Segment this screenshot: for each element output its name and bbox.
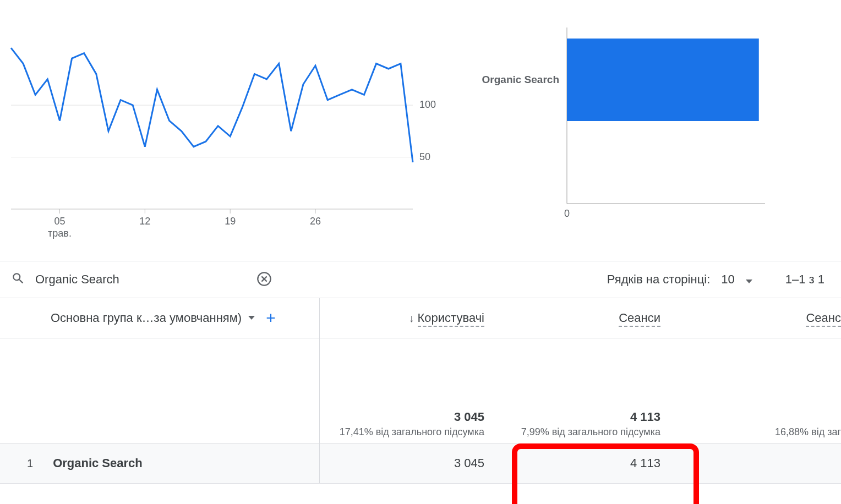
chevron-down-icon — [248, 316, 255, 320]
row-sessions-value: 4 113 — [495, 443, 671, 483]
line-chart: 5010005трав.121926 — [6, 11, 446, 244]
row-m3-value — [671, 443, 841, 483]
svg-text:19: 19 — [225, 216, 236, 227]
summary-row: 3 045 17,41% від загального підсумка 4 1… — [0, 338, 841, 443]
svg-text:трав.: трав. — [48, 228, 72, 239]
clear-search-button[interactable] — [254, 269, 274, 291]
metric-label: Користувачі — [418, 311, 484, 327]
metric-label: Сеанс — [806, 311, 841, 327]
svg-text:0: 0 — [564, 208, 570, 219]
dimension-header[interactable]: Основна група к…за умовчанням) + — [0, 298, 319, 338]
row-dimension-value: Organic Search — [53, 456, 143, 470]
page-range: 1–1 з 1 — [785, 272, 824, 287]
svg-text:12: 12 — [139, 216, 150, 227]
sort-desc-icon: ↓ — [409, 312, 414, 324]
rows-per-page-select[interactable]: 10 — [721, 272, 752, 287]
rows-per-page-value: 10 — [721, 272, 734, 287]
svg-text:26: 26 — [310, 216, 321, 227]
row-index: 1 — [11, 457, 44, 470]
summary-m3-pct: 16,88% від заг — [672, 426, 841, 438]
metric-header-users[interactable]: ↓Користувачі — [319, 298, 495, 338]
svg-text:Organic Search: Organic Search — [482, 74, 559, 85]
search-icon — [11, 271, 25, 288]
add-dimension-button[interactable]: + — [266, 309, 276, 327]
svg-rect-16 — [567, 39, 759, 121]
bar-chart: Organic Search0 — [468, 11, 835, 244]
chevron-down-icon — [739, 272, 752, 287]
toolbar: Рядків на сторінці: 10 1–1 з 1 — [0, 261, 841, 298]
table-row[interactable]: 1 Organic Search 3 045 4 113 — [0, 443, 841, 483]
dimension-label: Основна група к…за умовчанням) — [51, 311, 242, 325]
metric-label: Сеанси — [619, 311, 660, 327]
summary-sessions-total: 4 113 — [496, 410, 660, 424]
data-table: Основна група к…за умовчанням) + ↓Корист… — [0, 298, 841, 484]
summary-sessions-pct: 7,99% від загального підсумка — [496, 426, 660, 438]
summary-users-pct: 17,41% від загального підсумка — [320, 426, 485, 438]
search-input[interactable] — [34, 272, 254, 287]
svg-text:05: 05 — [54, 216, 65, 227]
metric-header-3[interactable]: Сеанс — [671, 298, 841, 338]
summary-users-total: 3 045 — [320, 410, 485, 424]
svg-text:100: 100 — [419, 99, 436, 110]
rows-per-page-label: Рядків на сторінці: — [607, 272, 710, 287]
close-circle-icon — [256, 280, 272, 288]
svg-text:50: 50 — [419, 151, 430, 162]
metric-header-sessions[interactable]: Сеанси — [495, 298, 671, 338]
row-users-value: 3 045 — [319, 443, 495, 483]
